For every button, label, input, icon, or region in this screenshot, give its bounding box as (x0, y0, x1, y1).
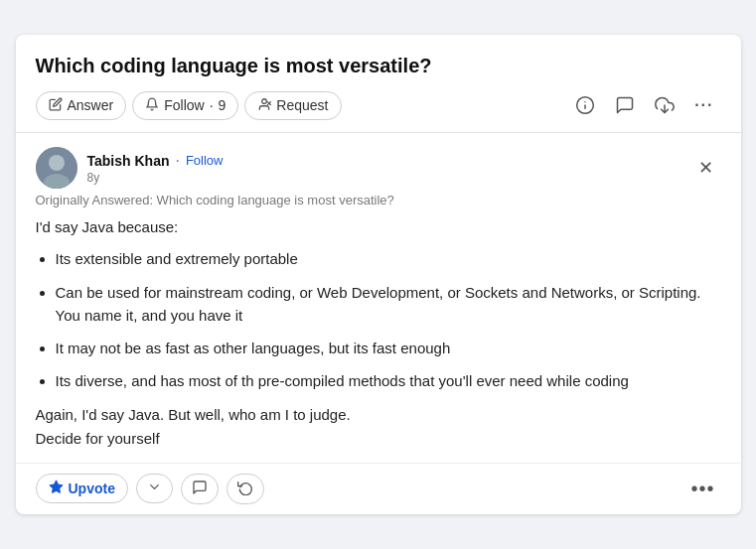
answer-label: Answer (68, 97, 114, 113)
author-left: Tabish Khan · Follow 8y (36, 147, 224, 189)
time-ago: 8y (87, 171, 224, 185)
list-item: Can be used for mainstream coding, or We… (56, 281, 721, 328)
answer-button[interactable]: Answer (36, 91, 127, 120)
author-name-row: Tabish Khan · Follow (87, 152, 224, 170)
question-title: Which coding language is most versatile? (36, 53, 721, 78)
answer-list: Its extensible and extremely portable Ca… (56, 247, 721, 392)
answer-intro: I'd say Java because: (36, 215, 721, 239)
author-follow-link[interactable]: Follow (186, 153, 224, 168)
share-button[interactable] (227, 474, 264, 504)
upvote-button[interactable]: Upvote (36, 474, 128, 503)
svg-marker-10 (50, 480, 63, 492)
answer-footer: Again, I'd say Java. But well, who am I … (36, 403, 721, 451)
follow-button[interactable]: Follow · 9 (132, 91, 238, 120)
answer-more-button[interactable]: ••• (684, 474, 720, 504)
follow-separator: · (210, 97, 214, 113)
upvote-label: Upvote (69, 480, 115, 496)
more-options-button[interactable]: ··· (687, 91, 720, 119)
vote-bar: Upvote ••• (16, 463, 741, 514)
close-button[interactable]: ✕ (690, 153, 721, 183)
comment-button[interactable] (608, 90, 642, 120)
author-row: Tabish Khan · Follow 8y ✕ (36, 147, 721, 189)
answer-body: I'd say Java because: Its extensible and… (36, 215, 721, 392)
info-button[interactable] (568, 90, 602, 120)
action-bar: Answer Follow · 9 (36, 90, 721, 120)
author-info: Tabish Khan · Follow 8y (87, 152, 224, 185)
downvote-icon (147, 480, 162, 497)
originally-answered: Originally Answered: Which coding langua… (36, 193, 721, 207)
avatar (36, 147, 77, 189)
dot-separator: · (175, 152, 179, 170)
bell-icon (145, 97, 159, 114)
upvote-icon (49, 480, 64, 497)
request-label: Request (276, 97, 328, 113)
author-name: Tabish Khan (87, 153, 170, 169)
conclusion-line1: Again, I'd say Java. But well, who am I … (36, 403, 721, 427)
list-item: Its diverse, and has most of th pre-comp… (56, 369, 721, 392)
svg-point-8 (49, 155, 65, 171)
list-item: It may not be as fast as other languages… (56, 337, 721, 359)
svg-point-0 (262, 99, 267, 104)
conclusion-line2: Decide for yourself (36, 427, 721, 451)
question-section: Which coding language is most versatile?… (16, 35, 741, 133)
main-card: Which coding language is most versatile?… (16, 35, 741, 513)
downvote-button[interactable] (136, 474, 173, 503)
pencil-icon (49, 97, 63, 114)
follow-count: 9 (219, 97, 227, 113)
download-button[interactable] (648, 90, 681, 120)
person-icon (257, 97, 271, 114)
list-item: Its extensible and extremely portable (56, 247, 721, 270)
share-icon (237, 480, 253, 498)
answer-section: Tabish Khan · Follow 8y ✕ Originally Ans… (16, 133, 741, 462)
follow-label: Follow (164, 97, 204, 113)
comment-answer-button[interactable] (181, 474, 219, 504)
comment-icon (192, 480, 208, 498)
request-button[interactable]: Request (244, 91, 341, 120)
